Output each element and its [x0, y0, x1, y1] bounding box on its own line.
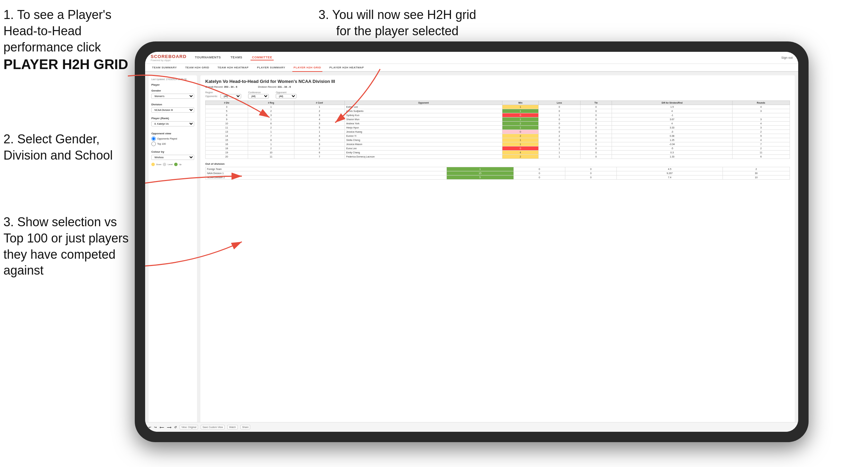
filter-row: Region Opponents: (All) Conference (All): [205, 91, 790, 98]
forward-icon[interactable]: ⟶: [167, 426, 171, 429]
td-tie: 0: [580, 142, 612, 146]
td-conf: 3: [294, 122, 345, 126]
table-row: 13 1 1 Jessica Huang 0 0 0 -3 2: [206, 130, 790, 134]
td-diff: 1.33: [612, 155, 732, 159]
opponents-label: Opponents:: [205, 95, 218, 97]
region-label: Region: [205, 91, 241, 94]
td-win: 1: [502, 117, 538, 122]
td-team: Foreign Team: [206, 167, 447, 171]
td-diff: 4.5: [617, 167, 723, 171]
td-opponent: Jessica Mason: [345, 142, 502, 146]
td-diff: -5: [612, 146, 732, 151]
subnav-player-h2h-grid[interactable]: PLAYER H2H GRID: [292, 64, 323, 72]
td-tie: 0: [565, 171, 616, 175]
share-btn[interactable]: Share: [240, 425, 251, 429]
refresh-icon[interactable]: ↺: [174, 426, 177, 429]
td-opponent: Esther Lee: [345, 105, 502, 109]
nav-teams[interactable]: TEAMS: [229, 55, 244, 60]
gender-select[interactable]: Women's: [151, 94, 194, 99]
td-rounds: 2: [732, 146, 790, 151]
td-diff: 0.38: [612, 134, 732, 138]
td-opponent: Sydney Kuo: [345, 113, 502, 117]
app-header: SCOREBOARD Powered by clippd TOURNAMENTS…: [145, 52, 798, 64]
td-rounds: 4: [732, 122, 790, 126]
radio-opponents-played-input[interactable]: [151, 136, 156, 141]
colour-level-label: Level: [168, 163, 172, 165]
subnav-player-summary[interactable]: PLAYER SUMMARY: [256, 64, 287, 72]
td-opponent: Emily Chang: [345, 151, 502, 155]
td-reg: 2: [248, 109, 294, 113]
td-conf: 2: [294, 109, 345, 113]
td-loss: 0: [513, 175, 565, 180]
td-tie: 0: [580, 155, 612, 159]
save-custom-btn[interactable]: Save Custom View: [201, 425, 225, 429]
td-div: 6: [206, 113, 248, 117]
region-filter: Region Opponents: (All): [205, 91, 241, 98]
subnav-team-summary[interactable]: TEAM SUMMARY: [151, 64, 178, 72]
subnav-team-h2h-grid[interactable]: TEAM H2H GRID: [184, 64, 211, 72]
td-loss: 2: [538, 134, 580, 138]
table-row: 16 1 3 Jessica Mason 1 2 0 -0.94 7: [206, 142, 790, 146]
td-diff: 0.3: [612, 151, 732, 155]
td-div: 9: [206, 117, 248, 122]
view-original-btn[interactable]: View: Original: [180, 425, 198, 429]
td-tie: 0: [580, 134, 612, 138]
radio-top100-input[interactable]: [151, 142, 156, 146]
td-reg: 6: [248, 122, 294, 126]
th-win: Win: [502, 101, 538, 105]
td-div: 13: [206, 130, 248, 134]
sidebar-division-label: Division: [151, 103, 194, 106]
colour-by-select[interactable]: Win/loss: [151, 155, 194, 160]
instruction-bold: PLAYER H2H GRID: [3, 57, 128, 72]
nav-committee[interactable]: COMMITTEE: [251, 55, 274, 60]
region-opponents-select[interactable]: (All): [220, 94, 241, 98]
td-conf: 5: [294, 138, 345, 142]
instruction-text-3: 2. Select Gender, Division and School: [3, 132, 113, 162]
sidebar-gender-label: Gender: [151, 89, 194, 92]
overall-record: Overall Record: 353 - 34 - 6: [205, 85, 237, 88]
td-diff: -1: [612, 113, 732, 117]
subnav-player-h2h-heatmap[interactable]: PLAYER H2H HEATMAP: [328, 64, 365, 72]
back-icon[interactable]: ⟵: [160, 426, 164, 429]
td-diff: 1.5: [612, 105, 732, 109]
td-rounds: 3: [732, 109, 790, 113]
redo-icon[interactable]: ↪: [154, 426, 157, 429]
td-loss: 0: [538, 130, 580, 134]
td-loss: 1: [538, 113, 580, 117]
division-record-label: Division Record:: [258, 85, 277, 88]
td-opponent: Federica Domecq Lacroze: [345, 155, 502, 159]
ipad-screen: SCOREBOARD Powered by clippd TOURNAMENTS…: [145, 52, 798, 432]
undo-icon[interactable]: ↩: [149, 426, 151, 429]
opponent-select[interactable]: (All): [276, 94, 296, 98]
td-reg: 2: [248, 126, 294, 130]
nav-tournaments[interactable]: TOURNAMENTS: [194, 55, 222, 60]
th-opponent: Opponent: [345, 101, 502, 105]
sign-out-link[interactable]: Sign out: [781, 56, 793, 59]
player-select[interactable]: 8. Katelyn Vo: [151, 121, 194, 126]
h2h-table: # Div # Reg # Conf Opponent Win Loss Tie…: [205, 101, 790, 159]
table-row: 6 3 3 Sydney Kuo 0 1 0 -1: [206, 113, 790, 117]
subnav-team-h2h-heatmap[interactable]: TEAM H2H HEATMAP: [216, 64, 250, 72]
td-div: 19: [206, 151, 248, 155]
td-loss: 0: [538, 105, 580, 109]
radio-top100[interactable]: Top 100: [151, 142, 194, 146]
division-select[interactable]: NCAA Division III: [151, 107, 194, 113]
colour-dot-level: [163, 163, 166, 166]
radio-opponents-played[interactable]: Opponents Played: [151, 136, 194, 141]
watch-btn[interactable]: Watch: [227, 425, 238, 429]
td-reg: 8: [248, 138, 294, 142]
division-record-value: 331 - 34 - 6: [277, 85, 291, 88]
td-conf: 1: [294, 105, 345, 109]
td-reg: 10: [248, 151, 294, 155]
th-reg: # Reg: [248, 101, 294, 105]
conference-select[interactable]: (All): [248, 94, 269, 98]
td-loss: 0: [538, 109, 580, 113]
nav-right: Sign out: [781, 56, 793, 59]
td-div: 11: [206, 126, 248, 130]
td-win: 0: [502, 130, 538, 134]
td-rounds: 10: [723, 175, 790, 180]
table-row: 15 8 5 Stella Cheng 1 0 0 1.25 4: [206, 138, 790, 142]
main-content: Last Updated: 27/03/2024 16:55:38 Player…: [145, 72, 798, 432]
instruction-mid-left: 2. Select Gender, Division and School: [3, 131, 135, 164]
td-win: 1: [502, 142, 538, 146]
